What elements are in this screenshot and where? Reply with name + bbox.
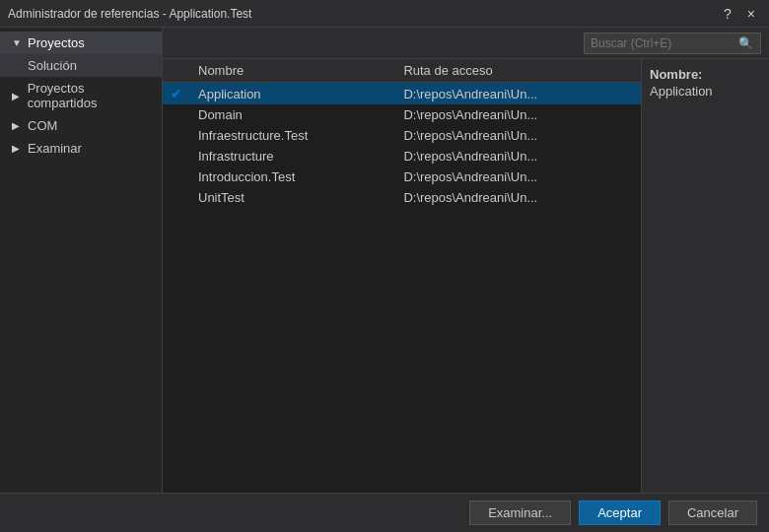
details-label: Nombre: — [650, 67, 702, 82]
sidebar-item-com[interactable]: ▶ COM — [0, 114, 162, 137]
row-name: UnitTest — [190, 187, 395, 208]
table-row[interactable]: InfrastructureD:\repos\Andreani\Un... — [163, 146, 641, 166]
aceptar-button[interactable]: Aceptar — [579, 500, 661, 525]
checked-icon: ✔ — [171, 86, 182, 101]
table-row[interactable]: Infraestructure.TestD:\repos\Andreani\Un… — [163, 125, 641, 146]
search-icon: 🔍 — [738, 36, 753, 50]
row-checkbox[interactable] — [163, 146, 190, 166]
table-row[interactable]: UnitTestD:\repos\Andreani\Un... — [163, 187, 641, 208]
chevron-down-icon: ▼ — [12, 37, 24, 48]
details-value: Application — [650, 84, 761, 99]
row-checkbox[interactable]: ✔ — [163, 83, 190, 105]
search-wrapper[interactable]: 🔍 — [584, 33, 761, 54]
chevron-right-icon: ▶ — [12, 120, 24, 131]
sidebar-item-label: Proyectos — [28, 35, 85, 50]
help-button[interactable]: ? — [718, 4, 737, 24]
col-check — [163, 59, 190, 83]
close-button[interactable]: × — [741, 4, 761, 24]
title-bar: Administrador de referencias - Applicati… — [0, 0, 769, 28]
table-row[interactable]: ✔ApplicationD:\repos\Andreani\Un... — [163, 83, 641, 105]
row-name: Application — [190, 83, 395, 105]
dialog-title: Administrador de referencias - Applicati… — [8, 7, 251, 21]
content-area: Nombre Ruta de acceso ✔ApplicationD:\rep… — [163, 59, 769, 493]
col-name: Nombre — [190, 59, 395, 83]
sidebar: ▼ Proyectos Solución ▶ Proyectos compart… — [0, 28, 163, 493]
search-input[interactable] — [591, 36, 738, 50]
sidebar-sub-label: Solución — [28, 58, 77, 73]
row-checkbox[interactable] — [163, 166, 190, 187]
row-path: D:\repos\Andreani\Un... — [395, 83, 641, 105]
row-path: D:\repos\Andreani\Un... — [395, 146, 641, 166]
main-container: ▼ Proyectos Solución ▶ Proyectos compart… — [0, 28, 769, 493]
sidebar-item-proyectos[interactable]: ▼ Proyectos — [0, 32, 162, 54]
row-path: D:\repos\Andreani\Un... — [395, 166, 641, 187]
right-panel: 🔍 Nombre Ruta de acceso ✔ApplicationD:\r… — [163, 28, 769, 493]
table-row[interactable]: Introduccion.TestD:\repos\Andreani\Un... — [163, 166, 641, 187]
row-checkbox[interactable] — [163, 104, 190, 125]
row-name: Infraestructure.Test — [190, 125, 395, 146]
sidebar-item-solucion[interactable]: Solución — [0, 54, 162, 77]
table-area: Nombre Ruta de acceso ✔ApplicationD:\rep… — [163, 59, 641, 493]
row-name: Domain — [190, 104, 395, 125]
examinar-button[interactable]: Examinar... — [469, 500, 571, 525]
row-checkbox[interactable] — [163, 187, 190, 208]
details-panel: Nombre: Application — [641, 59, 769, 493]
chevron-right-icon: ▶ — [12, 91, 24, 101]
row-checkbox[interactable] — [163, 125, 190, 146]
row-path: D:\repos\Andreani\Un... — [395, 187, 641, 208]
row-name: Introduccion.Test — [190, 166, 395, 187]
row-name: Infrastructure — [190, 146, 395, 166]
search-bar: 🔍 — [163, 28, 769, 59]
cancelar-button[interactable]: Cancelar — [668, 500, 757, 525]
sidebar-item-examinar[interactable]: ▶ Examinar — [0, 137, 162, 160]
sidebar-item-proyectos-compartidos[interactable]: ▶ Proyectos compartidos — [0, 77, 162, 114]
references-table: Nombre Ruta de acceso ✔ApplicationD:\rep… — [163, 59, 641, 208]
sidebar-item-label: Proyectos compartidos — [28, 81, 154, 110]
row-path: D:\repos\Andreani\Un... — [395, 125, 641, 146]
bottom-bar: Examinar... Aceptar Cancelar — [0, 493, 769, 532]
sidebar-item-label: COM — [28, 118, 57, 133]
sidebar-item-label: Examinar — [28, 141, 82, 156]
chevron-right-icon: ▶ — [12, 143, 24, 154]
row-path: D:\repos\Andreani\Un... — [395, 104, 641, 125]
table-row[interactable]: DomainD:\repos\Andreani\Un... — [163, 104, 641, 125]
title-controls: ? × — [718, 4, 761, 24]
col-path: Ruta de acceso — [395, 59, 641, 83]
